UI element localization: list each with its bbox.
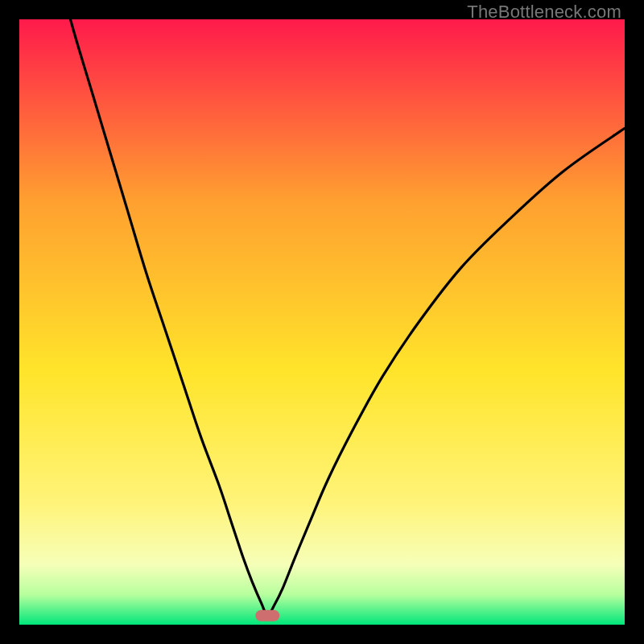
gradient-background bbox=[19, 19, 625, 625]
bottleneck-chart bbox=[19, 19, 625, 625]
optimum-marker bbox=[255, 610, 279, 621]
chart-frame bbox=[19, 19, 625, 625]
